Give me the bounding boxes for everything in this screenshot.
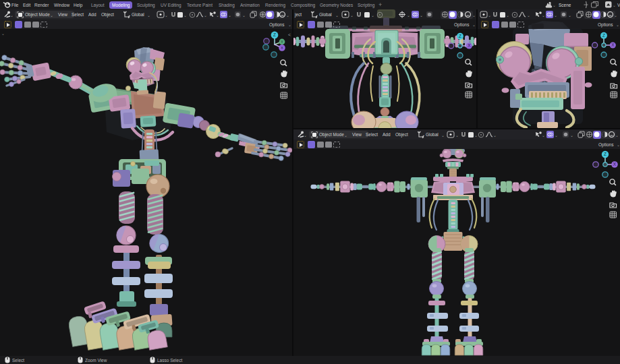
- svg-text:X: X: [611, 42, 615, 47]
- svg-text:X: X: [281, 46, 283, 50]
- svg-text:X: X: [613, 162, 617, 166]
- svg-text:Z: Z: [602, 33, 605, 38]
- svg-text:Y: Y: [281, 40, 283, 44]
- svg-text:Z: Z: [273, 32, 276, 37]
- svg-text:Z: Z: [604, 152, 607, 156]
- svg-text:X: X: [468, 43, 471, 48]
- svg-text:Z: Z: [459, 34, 461, 38]
